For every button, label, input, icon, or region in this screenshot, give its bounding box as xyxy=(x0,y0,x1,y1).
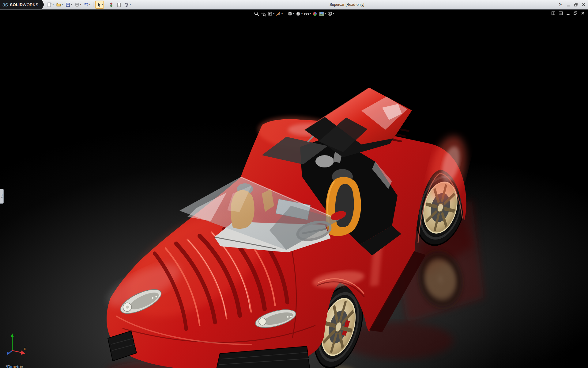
view-orientation-button[interactable]: ▾ xyxy=(287,10,295,17)
select-cursor-icon xyxy=(96,2,101,7)
minimize-document-icon xyxy=(566,11,570,15)
document-window-controls xyxy=(551,11,585,17)
feature-manager-collapsed-tab[interactable]: ◄ ◄ xyxy=(0,189,4,204)
print-icon xyxy=(74,2,80,7)
view-settings-icon xyxy=(327,11,333,17)
orientation-triad: x xyxy=(6,332,28,357)
section-view-button[interactable]: ▾ xyxy=(275,10,283,17)
dassault-3ds-icon: 3S xyxy=(2,2,8,7)
edit-appearance-button[interactable] xyxy=(312,10,318,17)
view-settings-button[interactable]: ▾ xyxy=(327,10,334,17)
close-document-button[interactable] xyxy=(581,11,585,17)
new-document-icon xyxy=(47,2,52,7)
open-document-button[interactable]: ▾ xyxy=(55,1,64,9)
z-axis xyxy=(7,351,12,355)
options-button[interactable]: ▾ xyxy=(123,1,132,9)
undo-icon xyxy=(84,2,89,7)
y-axis xyxy=(11,333,14,351)
expand-panel-icon: ◄ xyxy=(1,197,3,199)
options-sliders-icon xyxy=(124,2,129,7)
view-orientation-label: *Dimetric xyxy=(6,364,23,368)
new-document-button[interactable]: ▾ xyxy=(46,1,55,9)
save-button[interactable]: ▾ xyxy=(64,1,73,9)
apply-scene-button[interactable]: ▾ xyxy=(318,10,326,17)
restore-document-button[interactable] xyxy=(573,11,578,17)
edit-appearance-ball-icon xyxy=(312,11,318,17)
previous-view-button[interactable]: ▾ xyxy=(267,10,275,17)
file-properties-button[interactable] xyxy=(115,1,123,9)
titlebar-window-controls: ?▾ xyxy=(558,0,586,9)
heads-up-view-toolbar: ▾ ▾ ▾ ▾ ▾ xyxy=(254,10,334,17)
open-folder-icon xyxy=(56,2,61,7)
headsup-separator xyxy=(285,11,285,16)
window-title: Supercar [Read-only] xyxy=(330,2,364,7)
x-axis-label: x xyxy=(24,347,26,351)
undo-button[interactable]: ▾ xyxy=(83,1,91,9)
brand-text: SOLIDWORKS xyxy=(10,2,38,7)
help-button[interactable]: ?▾ xyxy=(558,2,563,7)
hide-show-glasses-icon xyxy=(304,11,309,17)
section-view-icon xyxy=(276,11,281,17)
display-style-button[interactable]: ▾ xyxy=(295,10,303,17)
close-button[interactable] xyxy=(581,2,586,7)
toolbar-separator xyxy=(93,2,93,7)
x-axis xyxy=(12,351,25,355)
restore-icon xyxy=(574,3,578,7)
minimize-icon xyxy=(566,3,570,7)
tile-vertically-button[interactable] xyxy=(559,11,563,17)
restore-button[interactable] xyxy=(573,2,579,7)
supercar-3d-model[interactable] xyxy=(0,10,588,368)
apply-scene-icon xyxy=(319,11,324,17)
file-properties-icon xyxy=(116,2,122,7)
logo-notch-icon xyxy=(42,0,44,9)
rebuild-button[interactable] xyxy=(108,1,115,9)
zoom-to-fit-button[interactable] xyxy=(254,10,260,17)
zoom-to-area-icon xyxy=(261,11,266,17)
tile-vertical-icon xyxy=(559,11,563,15)
select-tool-button[interactable]: ▾ xyxy=(95,1,104,9)
close-document-icon xyxy=(581,11,585,15)
tile-horizontally-button[interactable] xyxy=(551,11,556,17)
previous-view-icon xyxy=(267,11,273,17)
tile-horizontal-icon xyxy=(551,11,556,15)
toolbar-separator xyxy=(106,2,106,7)
restore-document-icon xyxy=(573,11,578,15)
save-floppy-icon xyxy=(65,2,70,7)
zoom-to-area-button[interactable] xyxy=(260,10,266,17)
minimize-button[interactable] xyxy=(565,2,571,7)
view-orientation-cube-icon xyxy=(287,11,293,17)
expand-panel-icon: ◄ xyxy=(1,194,3,196)
display-style-icon xyxy=(296,11,301,17)
solidworks-logo[interactable]: 3S SOLIDWORKS xyxy=(0,0,42,9)
print-button[interactable]: ▾ xyxy=(74,1,82,9)
titlebar: 3S SOLIDWORKS ▾ ▾ ▾ xyxy=(0,0,588,10)
close-icon xyxy=(582,3,586,7)
rebuild-traffic-light-icon xyxy=(109,2,114,7)
minimize-document-button[interactable] xyxy=(566,11,570,17)
main-toolbar: ▾ ▾ ▾ ▾ ▾ xyxy=(46,1,132,9)
zoom-to-fit-icon xyxy=(254,11,259,17)
graphics-area[interactable]: ▾ ▾ ▾ ▾ ▾ xyxy=(0,10,588,368)
hide-show-items-button[interactable]: ▾ xyxy=(303,10,311,17)
